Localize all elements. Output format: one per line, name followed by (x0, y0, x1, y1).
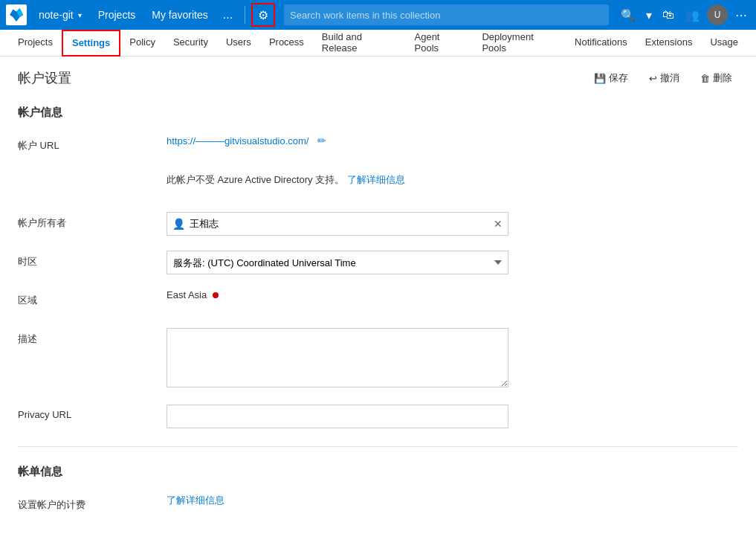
page-title: 帐户设置 (18, 69, 71, 87)
nav-process[interactable]: Process (260, 30, 313, 57)
secondary-nav: Projects Settings Policy Security Users … (0, 30, 756, 57)
azure-info-label (18, 173, 167, 178)
project-dropdown-icon: ▾ (78, 11, 82, 19)
page-header: 帐户设置 💾 保存 ↩ 撤消 🗑 删除 (18, 68, 738, 88)
account-url-row: 帐户 URL https://———gitvisualstudio.com/ ✏ (18, 135, 738, 158)
account-url-value: https://———gitvisualstudio.com/ ✏ (167, 135, 738, 147)
description-textarea[interactable] (167, 328, 508, 387)
account-owner-row: 帐户所有者 ✕ 👤 (18, 212, 738, 236)
region-row: 区域 East Asia (18, 289, 738, 313)
separator (245, 6, 245, 24)
billing-label: 设置帐户的计费 (18, 494, 167, 512)
top-bar: note-git ▾ Projects My favorites ... ⚙ 🔍… (0, 0, 756, 30)
nav-more[interactable]: ... (217, 5, 239, 25)
nav-usage[interactable]: Usage (701, 30, 747, 57)
region-value: East Asia (167, 289, 738, 300)
nav-notifications[interactable]: Notifications (566, 30, 636, 57)
nav-settings[interactable]: Settings (62, 30, 120, 57)
top-nav: Projects My favorites ... (91, 5, 239, 25)
section-divider (18, 446, 738, 447)
azure-info-row: 此帐户不受 Azure Active Directory 支持。 了解详细信息 (18, 173, 738, 197)
undo-label: 撤消 (660, 71, 679, 85)
privacy-url-input[interactable] (167, 405, 508, 428)
nav-deployment-pools[interactable]: Deployment Pools (473, 30, 566, 57)
azure-info-text: 此帐户不受 Azure Active Directory 支持。 了解详细信息 (167, 173, 738, 187)
nav-agent-pools[interactable]: Agent Pools (406, 30, 474, 57)
timezone-value: 服务器: (UTC) Coordinated Universal Time (167, 251, 738, 274)
search-icon[interactable]: 🔍 (618, 5, 639, 25)
account-url-label: 帐户 URL (18, 135, 167, 152)
nav-users[interactable]: Users (217, 30, 260, 57)
description-row: 描述 (18, 328, 738, 390)
page-content: 帐户设置 💾 保存 ↩ 撤消 🗑 删除 帐户信息 帐户 URL https://… (0, 57, 756, 544)
page-actions: 💾 保存 ↩ 撤消 🗑 删除 (588, 68, 738, 88)
dropdown-icon[interactable]: ▾ (643, 5, 655, 25)
save-label: 保存 (609, 71, 628, 85)
description-value (167, 328, 738, 390)
nav-build-release[interactable]: Build and Release (313, 30, 406, 57)
account-owner-label: 帐户所有者 (18, 212, 167, 230)
privacy-url-value (167, 405, 738, 428)
nav-projects[interactable]: Projects (91, 6, 143, 24)
azure-info-link[interactable]: 了解详细信息 (347, 173, 405, 187)
privacy-url-label: Privacy URL (18, 405, 167, 420)
project-name: note-git (39, 9, 74, 21)
account-url-link[interactable]: https://———gitvisualstudio.com/ (167, 135, 308, 147)
logo[interactable] (6, 4, 27, 25)
timezone-row: 时区 服务器: (UTC) Coordinated Universal Time (18, 251, 738, 274)
billing-section-title: 帐单信息 (18, 465, 738, 482)
edit-url-icon[interactable]: ✏ (317, 135, 326, 147)
region-text: East Asia (167, 289, 207, 300)
settings-gear-button[interactable]: ⚙ (251, 3, 275, 27)
undo-button[interactable]: ↩ 撤消 (643, 68, 685, 88)
nav-policy[interactable]: Policy (120, 30, 164, 57)
project-selector[interactable]: note-git ▾ (33, 6, 88, 24)
avatar[interactable]: U (707, 4, 728, 25)
billing-link[interactable]: 了解详细信息 (167, 495, 224, 506)
search-bar (284, 4, 609, 25)
billing-row: 设置帐户的计费 了解详细信息 (18, 494, 738, 518)
timezone-select[interactable]: 服务器: (UTC) Coordinated Universal Time (167, 251, 508, 274)
search-input[interactable] (284, 4, 609, 25)
delete-label: 删除 (713, 71, 732, 85)
nav-projects-secondary[interactable]: Projects (9, 30, 62, 57)
save-button[interactable]: 💾 保存 (588, 68, 634, 88)
more-icon[interactable]: ⋯ (732, 5, 750, 25)
delete-button[interactable]: 🗑 删除 (694, 68, 738, 88)
privacy-url-row: Privacy URL (18, 405, 738, 428)
undo-icon: ↩ (649, 73, 657, 84)
description-label: 描述 (18, 328, 167, 346)
owner-clear-button[interactable]: ✕ (494, 218, 503, 230)
owner-avatar-icon: 👤 (172, 218, 185, 230)
account-owner-value: ✕ 👤 (167, 212, 738, 236)
users-icon[interactable]: 👥 (682, 5, 702, 25)
owner-input[interactable] (167, 212, 508, 236)
top-bar-icons: 🔍 ▾ 🛍 👥 U ⋯ (618, 4, 750, 25)
region-label: 区域 (18, 289, 167, 307)
timezone-label: 时区 (18, 251, 167, 268)
nav-favorites[interactable]: My favorites (144, 6, 215, 24)
delete-icon: 🗑 (700, 73, 710, 84)
nav-security[interactable]: Security (164, 30, 217, 57)
owner-input-container: ✕ 👤 (167, 212, 508, 236)
save-icon: 💾 (594, 73, 606, 84)
account-info-title: 帐户信息 (18, 106, 738, 123)
region-container: East Asia (167, 289, 738, 300)
billing-value: 了解详细信息 (167, 494, 738, 507)
azure-info-description: 此帐户不受 Azure Active Directory 支持。 (167, 173, 344, 187)
region-dot-icon (213, 292, 219, 298)
bag-icon[interactable]: 🛍 (659, 5, 677, 25)
nav-extensions[interactable]: Extensions (636, 30, 702, 57)
